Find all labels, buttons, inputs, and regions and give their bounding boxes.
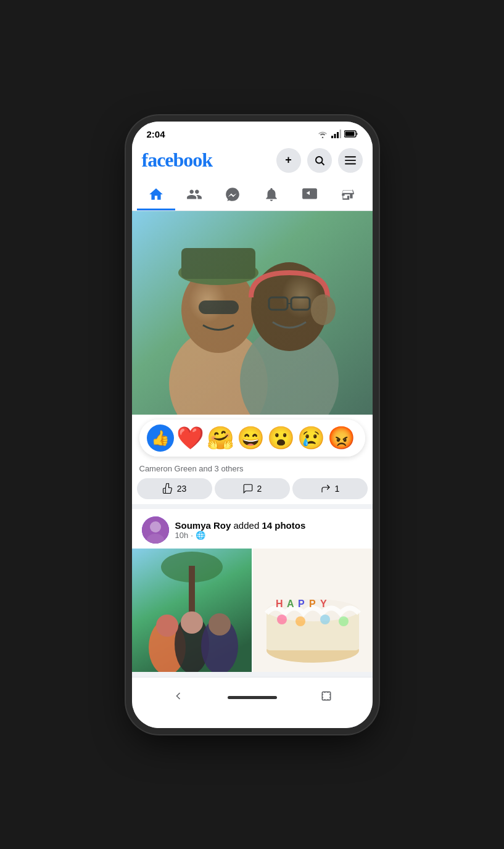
svg-point-48 (320, 615, 330, 624)
like-count: 23 (177, 484, 187, 494)
care-reaction[interactable]: 🤗 (207, 425, 234, 451)
svg-rect-0 (331, 136, 333, 138)
post-photo (132, 211, 373, 415)
haha-reaction[interactable]: 😄 (237, 425, 265, 451)
watch-icon (302, 186, 318, 202)
share-count: 1 (335, 484, 340, 494)
tab-messenger[interactable] (213, 180, 252, 210)
back-button[interactable] (165, 687, 192, 708)
time-display: 2:04 (147, 129, 165, 139)
status-icons (317, 130, 358, 138)
svg-rect-5 (345, 132, 354, 136)
svg-point-35 (181, 611, 203, 634)
avatar (142, 516, 169, 544)
photo-cell-1[interactable] (132, 549, 252, 672)
svg-rect-6 (356, 133, 357, 135)
menu-icon (345, 156, 356, 165)
svg-text:A: A (287, 598, 294, 609)
wifi-icon (317, 130, 328, 138)
svg-point-46 (277, 615, 287, 624)
post-meta: Soumya Roy added 14 photos 10h · 🌐 (175, 520, 363, 540)
post-author: Soumya Roy added 14 photos (175, 520, 363, 531)
photo-cell-2[interactable]: H A P P Y (253, 549, 373, 672)
post-time: 10h · 🌐 (175, 531, 363, 540)
svg-point-34 (156, 615, 178, 637)
svg-rect-2 (337, 132, 339, 138)
share-icon (320, 483, 331, 494)
reactors-text: Cameron Green and 3 others (132, 462, 373, 476)
action-buttons: 23 2 1 (132, 476, 373, 504)
bell-icon (263, 186, 279, 202)
comment-icon (242, 483, 254, 494)
rotate-button[interactable] (313, 687, 340, 708)
reaction-bar: 👍 ❤️ 🤗 😄 😮 😢 😡 (139, 420, 365, 457)
svg-text:H: H (276, 598, 283, 609)
svg-rect-11 (345, 163, 356, 164)
search-button[interactable] (307, 148, 332, 173)
photo-1-svg (132, 549, 252, 672)
post-image-svg (132, 211, 373, 415)
svg-rect-24 (132, 211, 373, 415)
header: facebook + (132, 143, 373, 180)
back-icon (172, 690, 184, 702)
home-indicator (228, 696, 277, 699)
post-1: 👍 ❤️ 🤗 😄 😮 😢 😡 Cameron Green and 3 other… (132, 211, 373, 504)
like-reaction[interactable]: 👍 (147, 424, 174, 452)
tab-home[interactable] (137, 180, 175, 210)
activity-text: added 14 photos (234, 520, 306, 531)
menu-button[interactable] (338, 148, 363, 173)
svg-text:Y: Y (320, 598, 327, 609)
home-icon (148, 186, 164, 202)
svg-rect-30 (189, 566, 195, 615)
svg-line-8 (321, 162, 324, 165)
angry-reaction[interactable]: 😡 (328, 425, 355, 451)
comment-count: 2 (257, 484, 262, 494)
svg-rect-1 (334, 134, 336, 138)
svg-point-47 (295, 616, 305, 626)
friends-icon (186, 186, 202, 202)
svg-rect-50 (322, 692, 330, 700)
bottom-nav (132, 677, 373, 728)
comment-button[interactable]: 2 (215, 478, 290, 499)
tab-marketplace[interactable] (329, 180, 367, 210)
marketplace-icon (340, 186, 356, 202)
battery-icon (344, 130, 358, 138)
facebook-logo: facebook (142, 149, 213, 172)
love-reaction[interactable]: ❤️ (176, 425, 204, 451)
sad-reaction[interactable]: 😢 (297, 425, 325, 451)
tab-notifications[interactable] (252, 180, 290, 210)
svg-point-26 (150, 521, 161, 532)
feed: 👍 ❤️ 🤗 😄 😮 😢 😡 Cameron Green and 3 other… (132, 211, 373, 677)
signal-icon (331, 130, 341, 138)
like-button[interactable]: 23 (137, 478, 212, 499)
svg-point-49 (339, 616, 349, 626)
post-2: Soumya Roy added 14 photos 10h · 🌐 (132, 509, 373, 672)
svg-rect-10 (345, 159, 356, 160)
svg-point-7 (316, 157, 323, 164)
share-button[interactable]: 1 (292, 478, 368, 499)
post2-header: Soumya Roy added 14 photos 10h · 🌐 (132, 509, 373, 549)
search-icon (314, 155, 325, 166)
nav-tabs (132, 180, 373, 211)
status-bar: 2:04 (132, 122, 373, 143)
svg-rect-3 (339, 130, 341, 138)
rotate-icon (320, 690, 333, 702)
thumbs-up-emoji: 👍 (151, 429, 170, 447)
svg-text:P: P (298, 598, 305, 609)
svg-text:P: P (309, 598, 316, 609)
like-icon (162, 483, 173, 494)
tab-watch[interactable] (291, 180, 329, 210)
wow-reaction[interactable]: 😮 (267, 425, 295, 451)
photo-2-svg: H A P P Y (253, 549, 373, 672)
svg-point-36 (209, 613, 231, 636)
post-image-container[interactable] (132, 211, 373, 415)
phone-frame: 2:04 facebook (132, 122, 373, 728)
tab-friends[interactable] (175, 180, 213, 210)
messenger-icon (225, 186, 241, 202)
header-actions: + (276, 148, 363, 173)
svg-rect-9 (345, 156, 356, 157)
add-button[interactable]: + (276, 148, 301, 173)
photos-grid: H A P P Y (132, 549, 373, 672)
avatar-image (142, 516, 169, 544)
privacy-icon: 🌐 (196, 531, 205, 540)
